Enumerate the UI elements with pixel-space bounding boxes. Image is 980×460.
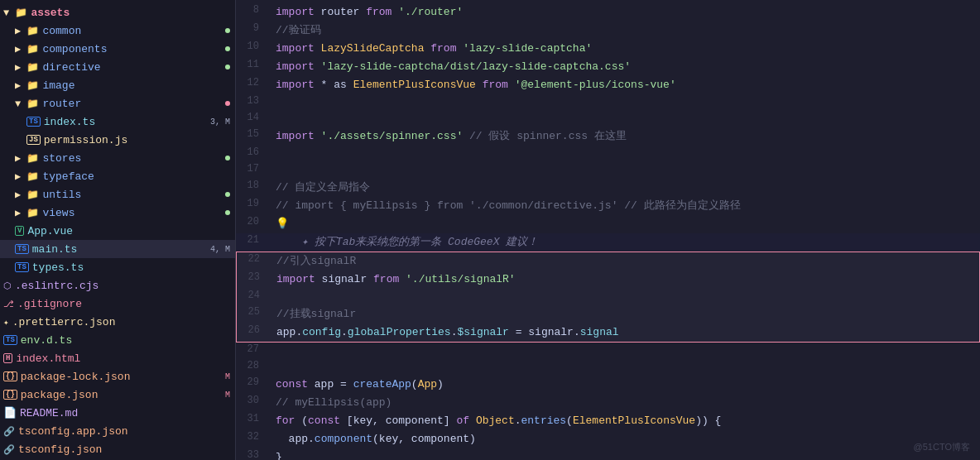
folder-open-icon: ▼ 📁 (15, 98, 39, 110)
sidebar-item-package.json[interactable]: {} package.json M (0, 386, 235, 404)
line-number: 27 (236, 343, 269, 355)
js-file-icon: JS (26, 135, 41, 145)
file-label: common (42, 25, 225, 37)
code-line: import './assets/spinner.css' // 假设 spin… (269, 127, 980, 146)
code-row: 11import 'lazy-slide-captcha/dist/lazy-s… (236, 58, 980, 76)
code-row: 27 (236, 343, 980, 359)
file-label: main.ts (32, 243, 210, 256)
json-file-icon: {} (3, 371, 17, 381)
code-row: 18// 自定义全局指令 (236, 179, 980, 197)
sidebar-item-untils[interactable]: ▶ 📁 untils (0, 185, 235, 204)
sidebar-item-App.vue[interactable]: V App.vue (0, 222, 235, 240)
code-line: app.config.globalProperties.$signalr = s… (270, 323, 979, 342)
file-label: image (42, 79, 235, 92)
folder-icon: ▶ 📁 (15, 79, 39, 92)
line-badge: 4, M (210, 245, 230, 254)
code-row: 25//挂载signalr (236, 305, 980, 323)
line-number: 13 (236, 94, 269, 107)
line-number: 23 (237, 271, 270, 283)
code-line: } (269, 448, 980, 460)
file-label: env.d.ts (21, 334, 235, 347)
sidebar-item-common[interactable]: ▶ 📁 common (0, 22, 235, 40)
sidebar-item-components[interactable]: ▶ 📁 components (0, 40, 235, 58)
sidebar-item-prettierrc[interactable]: ✦ .prettierrc.json (0, 313, 235, 331)
ts-file-icon: TS (15, 262, 29, 272)
file-label: untils (42, 189, 225, 201)
code-row: 28 (236, 359, 980, 376)
folder-icon: ▶ 📁 (15, 189, 39, 201)
line-number: 14 (236, 111, 269, 123)
sidebar-item-env.d.ts[interactable]: TS env.d.ts (0, 331, 235, 349)
code-line: //挂载signalr (270, 305, 979, 323)
file-label: package-lock.json (21, 371, 225, 383)
sidebar-item-tsconfig.json[interactable]: 🔗 tsconfig.json (0, 440, 235, 458)
modified-badge: M (225, 391, 230, 400)
line-number: 24 (237, 289, 270, 301)
folder-icon: ▶ 📁 (15, 25, 39, 37)
line-number: 10 (236, 40, 269, 52)
sidebar-item-index.ts[interactable]: TS index.ts 3, M (0, 113, 235, 131)
modified-badge: M (225, 372, 230, 381)
code-row: 31for (const [key, component] of Object.… (236, 412, 980, 430)
code-line: 💡 (269, 215, 980, 233)
sidebar-item-typeface[interactable]: ▶ 📁 typeface (0, 167, 235, 185)
code-line: const app = createApp(App) (269, 376, 980, 394)
sidebar-item-stores[interactable]: ▶ 📁 stores (0, 149, 235, 167)
sidebar-item-main.ts[interactable]: TS main.ts 4, M (0, 240, 235, 258)
ts-file-icon: TS (15, 244, 29, 254)
sidebar-item-index.html[interactable]: H index.html (0, 349, 235, 367)
sidebar-item-directive[interactable]: ▶ 📁 directive (0, 58, 235, 76)
line-number: 17 (236, 162, 269, 175)
code-row: 24 (236, 289, 980, 305)
status-dot (225, 28, 230, 33)
prettier-file-icon: ✦ (3, 317, 9, 328)
status-dot (225, 46, 230, 51)
code-row: 33} (236, 448, 980, 460)
sidebar-item-gitignore[interactable]: ⎇ .gitignore (0, 295, 235, 313)
file-label: tsconfig.app.json (18, 425, 235, 438)
line-number: 18 (236, 179, 269, 191)
line-number: 30 (236, 394, 269, 406)
code-row: 21 ✦ 按下Tab来采纳您的第一条 CodeGeeX 建议！ (236, 233, 980, 252)
sidebar-item-image[interactable]: ▶ 📁 image (0, 76, 235, 94)
file-label: directive (42, 61, 225, 74)
line-number: 19 (236, 197, 269, 209)
folder-open-icon: ▼ 📁 (3, 7, 27, 19)
status-dot (225, 210, 230, 215)
md-file-icon: 📄 (3, 406, 17, 419)
sidebar-item-views[interactable]: ▶ 📁 views (0, 204, 235, 222)
sidebar-item-package-lock.json[interactable]: {} package-lock.json M (0, 367, 235, 386)
eslint-file-icon: ⬡ (3, 280, 12, 291)
sidebar-item-assets[interactable]: ▼ 📁 assets (0, 3, 235, 22)
sidebar-item-eslintrc[interactable]: ⬡ .eslintrc.cjs (0, 276, 235, 295)
file-label: components (42, 43, 225, 55)
folder-icon: ▶ 📁 (15, 207, 39, 219)
code-line (269, 146, 980, 147)
file-label: router (42, 98, 225, 110)
code-line: import signalr from './utils/signalR' (270, 271, 979, 289)
code-line (269, 111, 980, 113)
code-line (270, 289, 979, 290)
file-label: package.json (21, 389, 225, 401)
line-number: 25 (237, 305, 270, 318)
sidebar-item-README.md[interactable]: 📄 README.md (0, 404, 235, 422)
code-row: 20💡 (236, 215, 980, 233)
code-row: 14 (236, 111, 980, 127)
line-number: 16 (236, 146, 269, 158)
sidebar-item-tsconfig.app.json[interactable]: 🔗 tsconfig.app.json (0, 422, 235, 440)
file-explorer: ▼ 📁 assets ▶ 📁 common ▶ 📁 components ▶ 📁… (0, 0, 236, 460)
sidebar-item-permission.js[interactable]: JS permission.js (0, 131, 235, 149)
status-dot (225, 192, 230, 197)
line-number: 9 (236, 22, 269, 34)
file-label: .gitignore (17, 298, 235, 310)
code-row: 19// import { myEllipsis } from './commo… (236, 197, 980, 215)
code-row: 26app.config.globalProperties.$signalr =… (236, 323, 980, 343)
file-label: permission.js (44, 134, 235, 146)
line-number: 33 (236, 448, 269, 460)
json-file-icon: {} (3, 390, 17, 400)
sidebar-item-types.ts[interactable]: TS types.ts (0, 258, 235, 276)
sidebar-item-router[interactable]: ▼ 📁 router (0, 94, 235, 113)
code-row: 16 (236, 146, 980, 162)
folder-icon: ▶ 📁 (15, 43, 39, 55)
line-number: 29 (236, 376, 269, 388)
